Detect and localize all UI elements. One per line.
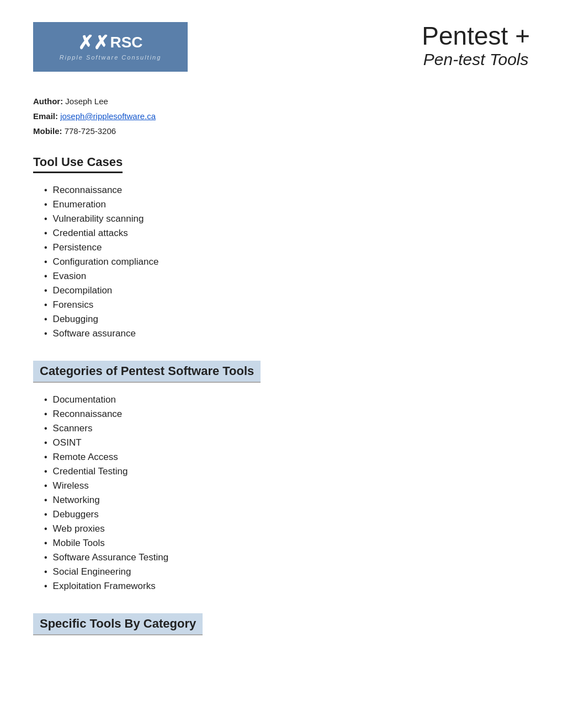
list-item-text: Vulnerability scanning: [53, 213, 144, 224]
list-item-text: Remote Access: [53, 452, 118, 463]
list-item: Forensics: [44, 298, 530, 312]
author-mobile: 778-725-3206: [65, 126, 116, 136]
logo-rsc-text: RSC: [110, 34, 142, 51]
list-item-text: Credential Testing: [53, 466, 128, 477]
list-item-text: Decompilation: [53, 285, 113, 296]
logo-tagline: Ripple Software Consulting: [60, 54, 162, 61]
list-item-text: Software Assurance Testing: [53, 552, 168, 563]
page-title-main: Pentest +: [422, 22, 530, 50]
section-heading-tool-use-cases: Tool Use Cases: [33, 155, 123, 173]
list-item: Exploitation Frameworks: [44, 579, 530, 593]
list-item-text: Reconnaissance: [53, 185, 123, 196]
list-item: Social Engineering: [44, 565, 530, 579]
list-item-text: Scanners: [53, 423, 93, 434]
list-item: Remote Access: [44, 450, 530, 464]
list-item-text: Wireless: [53, 480, 89, 491]
list-item: Software Assurance Testing: [44, 550, 530, 565]
section-heading-categories: Categories of Pentest Software Tools: [33, 361, 261, 383]
logo-top: ✗✗ RSC: [78, 33, 142, 52]
list-item: Credential Testing: [44, 464, 530, 479]
list-item: Debuggers: [44, 507, 530, 522]
author-block: Author: Joseph Lee Email: joseph@ripples…: [33, 94, 530, 138]
list-item: Reconnaissance: [44, 183, 530, 197]
list-item-text: Debugging: [53, 314, 98, 325]
list-item-text: OSINT: [53, 437, 82, 448]
list-item: Evasion: [44, 269, 530, 283]
header: ✗✗ RSC Ripple Software Consulting Pentes…: [33, 22, 530, 72]
section-heading-specific-tools: Specific Tools By Category: [33, 613, 203, 635]
author-email[interactable]: joseph@ripplesoftware.ca: [60, 111, 156, 121]
list-item: Decompilation: [44, 283, 530, 298]
logo-mark: ✗✗ RSC: [78, 33, 142, 52]
list-item-text: Forensics: [53, 299, 94, 311]
sections-container: Tool Use CasesReconnaissanceEnumerationV…: [33, 155, 530, 645]
list-item: OSINT: [44, 436, 530, 450]
section-specific-tools: Specific Tools By Category: [33, 613, 530, 645]
section-tool-use-cases: Tool Use CasesReconnaissanceEnumerationV…: [33, 155, 530, 341]
list-item: Documentation: [44, 393, 530, 407]
list-item: Networking: [44, 493, 530, 507]
list-item-text: Enumeration: [53, 199, 106, 210]
list-item: Enumeration: [44, 197, 530, 212]
logo: ✗✗ RSC Ripple Software Consulting: [33, 22, 188, 72]
list-tool-use-cases: ReconnaissanceEnumerationVulnerability s…: [33, 183, 530, 341]
section-categories: Categories of Pentest Software ToolsDocu…: [33, 361, 530, 593]
mobile-label: Mobile:: [33, 126, 62, 136]
author-email-line: Email: joseph@ripplesoftware.ca: [33, 109, 530, 124]
list-item-text: Reconnaissance: [53, 409, 123, 420]
list-item: Mobile Tools: [44, 536, 530, 550]
list-item: Persistence: [44, 240, 530, 255]
list-item-text: Documentation: [53, 394, 116, 405]
list-item: Configuration compliance: [44, 255, 530, 269]
email-label: Email:: [33, 111, 58, 121]
list-item-text: Evasion: [53, 271, 86, 282]
list-categories: DocumentationReconnaissanceScannersOSINT…: [33, 393, 530, 593]
list-item-text: Persistence: [53, 242, 102, 253]
author-name: Joseph Lee: [65, 97, 108, 106]
list-item: Scanners: [44, 421, 530, 436]
list-item-text: Exploitation Frameworks: [53, 581, 156, 592]
list-item: Vulnerability scanning: [44, 212, 530, 226]
list-item: Web proxies: [44, 522, 530, 536]
list-item-text: Software assurance: [53, 328, 136, 339]
list-item: Software assurance: [44, 326, 530, 341]
list-item-text: Web proxies: [53, 523, 105, 534]
list-item-text: Debuggers: [53, 509, 99, 520]
list-item: Debugging: [44, 312, 530, 326]
list-item: Wireless: [44, 479, 530, 493]
list-item-text: Credential attacks: [53, 228, 128, 239]
logo-x-icon: ✗✗: [78, 33, 109, 52]
page-title-area: Pentest + Pen-test Tools: [422, 22, 530, 69]
author-name-line: Author: Joseph Lee: [33, 94, 530, 109]
list-item-text: Social Engineering: [53, 566, 131, 577]
list-item-text: Configuration compliance: [53, 256, 159, 267]
author-label: Author:: [33, 97, 63, 106]
list-item-text: Mobile Tools: [53, 538, 105, 549]
list-item-text: Networking: [53, 495, 100, 506]
page-title-sub: Pen-test Tools: [422, 50, 530, 69]
list-item: Reconnaissance: [44, 407, 530, 421]
list-item: Credential attacks: [44, 226, 530, 240]
author-mobile-line: Mobile: 778-725-3206: [33, 124, 530, 138]
